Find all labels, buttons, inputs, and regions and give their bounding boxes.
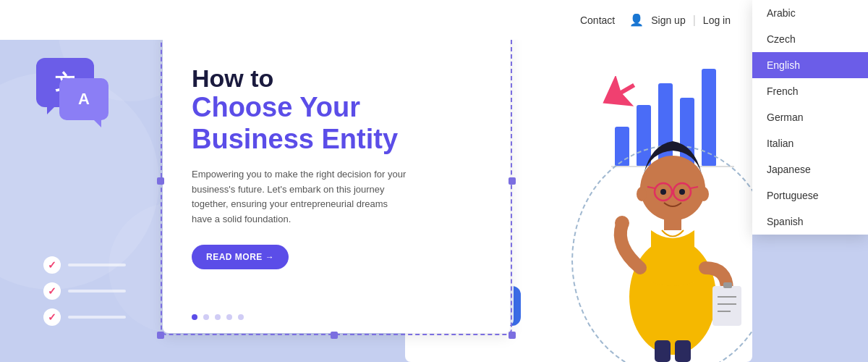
svg-rect-25 — [664, 216, 681, 230]
arrow-icon — [600, 76, 637, 112]
a-icon: A — [78, 90, 90, 109]
lang-arabic[interactable]: Arabic — [752, 0, 868, 26]
check-mark-3: ✓ — [48, 311, 56, 323]
lang-english[interactable]: English — [752, 52, 868, 78]
lang-french[interactable]: French — [752, 78, 868, 104]
svg-rect-32 — [655, 340, 671, 362]
svg-rect-28 — [723, 282, 732, 288]
svg-point-26 — [615, 216, 629, 230]
language-dropdown: Arabic Czech English French German Itali… — [752, 0, 868, 235]
header-divider: | — [693, 14, 696, 27]
card-dots — [192, 314, 244, 320]
translation-icon: 文 A — [36, 58, 116, 130]
lang-spanish[interactable]: Spanish — [752, 209, 868, 235]
svg-rect-27 — [712, 286, 741, 326]
check-item-2: ✓ — [43, 282, 126, 300]
dot-1[interactable] — [192, 314, 197, 320]
check-circle-3: ✓ — [43, 308, 61, 326]
header-bar: Contact 👤 Sign up | Log in — [0, 0, 752, 40]
translation-icon-wrapper: 文 A — [36, 58, 116, 130]
svg-point-22 — [679, 189, 685, 195]
svg-point-24 — [699, 187, 709, 201]
illustration-content — [405, 40, 752, 362]
svg-point-15 — [640, 156, 705, 221]
read-more-button[interactable]: READ MORE → — [192, 245, 289, 269]
dot-5[interactable] — [238, 314, 244, 320]
user-icon: 👤 — [629, 13, 644, 27]
hero-description: Empowering you to make the right decisio… — [192, 167, 409, 227]
checklist: ✓ ✓ ✓ — [43, 256, 126, 326]
check-circle-1: ✓ — [43, 256, 61, 274]
speech-bubble-front: A — [59, 78, 109, 120]
sign-up-link[interactable]: Sign up — [651, 14, 685, 26]
svg-point-23 — [637, 187, 647, 201]
dot-4[interactable] — [226, 314, 232, 320]
check-item-1: ✓ — [43, 256, 126, 274]
contact-link[interactable]: Contact — [580, 14, 615, 26]
check-item-3: ✓ — [43, 308, 126, 326]
lang-italian[interactable]: Italian — [752, 130, 868, 156]
dot-2[interactable] — [203, 314, 209, 320]
dot-3[interactable] — [215, 314, 221, 320]
check-line-3 — [68, 316, 126, 319]
svg-marker-34 — [600, 76, 637, 112]
lang-german[interactable]: German — [752, 104, 868, 130]
svg-point-21 — [660, 189, 666, 195]
check-line-2 — [68, 290, 126, 292]
svg-rect-33 — [675, 340, 691, 362]
header-actions: 👤 Sign up | Log in — [629, 13, 731, 27]
character-illustration — [600, 94, 745, 362]
lang-japanese[interactable]: Japanese — [752, 156, 868, 182]
log-in-link[interactable]: Log in — [703, 14, 731, 26]
check-mark-2: ✓ — [48, 285, 56, 297]
check-line-1 — [68, 264, 126, 266]
lang-portuguese[interactable]: Portuguese — [752, 182, 868, 209]
check-circle-2: ✓ — [43, 282, 61, 300]
lang-czech[interactable]: Czech — [752, 26, 868, 52]
check-mark-1: ✓ — [48, 259, 56, 271]
